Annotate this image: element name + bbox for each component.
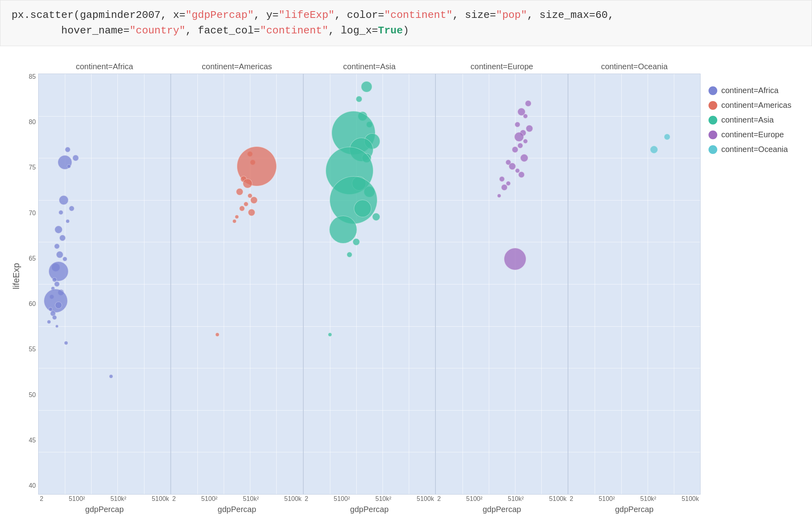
bubble [499, 176, 505, 182]
code-mid3: , size= [453, 9, 496, 21]
facet-title-europe: continent=Europe [435, 62, 568, 74]
facets-row: continent=Africa 25100²510k²5100k gdpPer… [38, 62, 701, 514]
code-prefix1: px.scatter(gapminder2007, x= [12, 9, 185, 21]
facet-title-asia: continent=Asia [303, 62, 436, 74]
legend-item: continent=Africa [709, 86, 796, 95]
legend-label: continent=Asia [721, 115, 774, 125]
code-mid2: , color= [334, 9, 384, 21]
xaxis-ticks-europe: 25100²510k²5100k [435, 495, 568, 503]
facet-americas: continent=Americas 25100²510k²5100k gdpP… [171, 62, 303, 514]
bubble [55, 226, 62, 234]
main-container: px.scatter(gapminder2007, x="gdpPercap",… [0, 0, 812, 522]
grid-line-horizontal [171, 200, 303, 201]
grid-line-horizontal [39, 116, 170, 117]
grid-line-horizontal [304, 410, 435, 411]
bubble [232, 219, 236, 223]
bubble [66, 219, 70, 223]
y-tick-75: 75 [21, 164, 36, 171]
facet-title-africa: continent=Africa [38, 62, 171, 74]
legend-label: continent=Europe [721, 130, 784, 139]
grid-line-horizontal [568, 200, 700, 201]
bubble [215, 333, 219, 337]
y-tick-40: 40 [21, 482, 36, 489]
grid-line-horizontal [436, 284, 568, 284]
bubble [517, 143, 523, 148]
chart-main: lifeExp 85 80 75 70 65 60 55 50 45 [8, 62, 701, 514]
legend-dot [709, 130, 717, 139]
bubble [497, 194, 501, 198]
bubble [244, 202, 248, 206]
bubble [515, 122, 520, 127]
code-indent: hover_name= [12, 25, 129, 37]
facet-plot-africa [38, 74, 171, 495]
plots-area: 85 80 75 70 65 60 55 50 45 40 [21, 62, 701, 514]
code-mid4: , size_max=60, [527, 9, 614, 21]
facet-plot-asia [303, 74, 436, 495]
y-tick-45: 45 [21, 437, 36, 444]
bubble [67, 164, 71, 168]
grid-line-horizontal [171, 116, 303, 117]
xaxis-label-asia: gdpPercap [303, 503, 436, 514]
legend-dot [709, 145, 717, 154]
bubble [62, 257, 67, 261]
grid-line-horizontal [304, 326, 435, 327]
xaxis-label-africa: gdpPercap [38, 503, 171, 514]
grid-line-horizontal [436, 326, 568, 327]
grid-line-horizontal [171, 410, 303, 411]
grid-line-horizontal [568, 116, 700, 117]
bubble [243, 179, 252, 188]
grid-line-horizontal [436, 452, 568, 452]
facet-asia: continent=Asia 25100²510k²5100k gdpPerca… [303, 62, 436, 514]
grid-line-horizontal [39, 200, 170, 201]
legend-item: continent=Europe [709, 130, 796, 139]
grid-line-horizontal [436, 116, 568, 117]
grid-line-horizontal [171, 326, 303, 327]
legend-item: continent=Oceania [709, 145, 796, 154]
facet-plot-oceania [568, 74, 701, 495]
bubble [509, 163, 516, 170]
y-tick-65: 65 [21, 255, 36, 262]
facet-europe: continent=Europe 25100²510k²5100k gdpPer… [435, 62, 568, 514]
legend-label: continent=Africa [721, 86, 779, 95]
code-mid5: , facet_col= [185, 25, 260, 37]
grid-line-horizontal [171, 242, 303, 242]
bubble [347, 252, 352, 257]
bubble [518, 171, 525, 178]
bubble [55, 302, 62, 309]
bubble [52, 315, 57, 320]
bubble [523, 139, 528, 144]
y-tick-70: 70 [21, 210, 36, 217]
bubble [354, 200, 371, 217]
bubble [520, 154, 528, 162]
legend-label: continent=Oceania [721, 145, 788, 154]
code-color-val: "continent" [384, 9, 453, 21]
grid-line-horizontal [436, 242, 568, 242]
facet-plot-americas [171, 74, 303, 495]
grid-line-horizontal [568, 410, 700, 411]
bubble [235, 215, 239, 219]
grid-line-horizontal [436, 158, 568, 158]
grid-line-horizontal [304, 116, 435, 117]
grid-line-horizontal [171, 284, 303, 284]
grid-line-horizontal [568, 284, 700, 284]
xaxis-label-oceania: gdpPercap [568, 503, 701, 514]
bubble [65, 147, 70, 152]
bubble [504, 248, 526, 270]
grid-line-horizontal [39, 242, 170, 242]
bubble [525, 100, 531, 107]
legend-label: continent=Americas [721, 101, 791, 110]
bubble [47, 320, 51, 324]
bubble [239, 206, 245, 211]
grid-line-horizontal [39, 452, 170, 452]
xaxis-label-americas: gdpPercap [171, 503, 303, 514]
code-mid6: , log_x= [328, 25, 378, 37]
facet-plot-europe [435, 74, 568, 495]
bubble [353, 238, 360, 245]
grid-line-horizontal [171, 158, 303, 158]
grid-line-horizontal [304, 452, 435, 452]
code-suffix: ) [403, 25, 409, 37]
code-x-val: "gdpPercap" [185, 9, 254, 21]
grid-line-horizontal [436, 410, 568, 411]
bubble [49, 261, 68, 281]
bubble [523, 114, 528, 119]
